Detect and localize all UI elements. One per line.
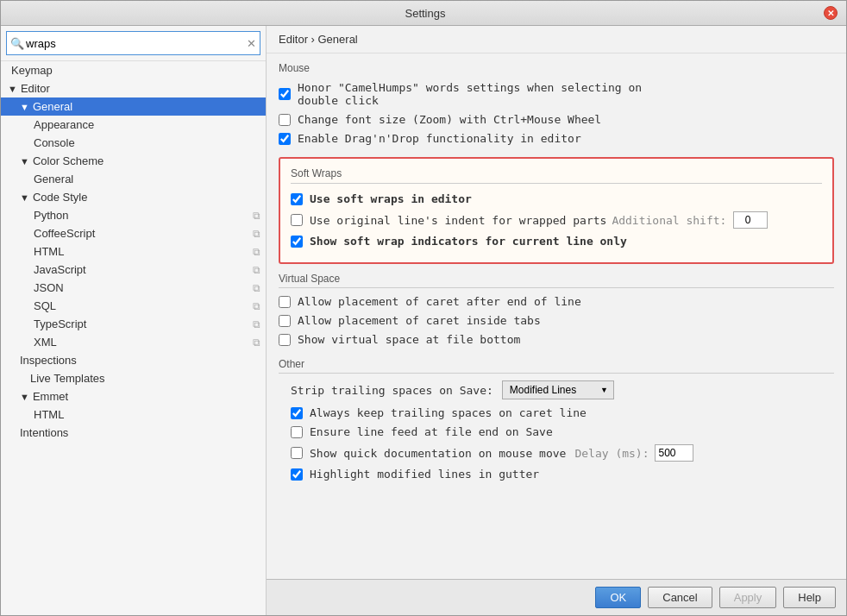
sidebar-item-label: Color Scheme [33, 154, 104, 167]
other-label: Other [279, 358, 834, 374]
caret-inside-tabs-checkbox[interactable] [279, 315, 291, 327]
camelhumps-row: Honor "CamelHumps" words settings when s… [279, 81, 834, 107]
sidebar-item-editor[interactable]: ▼ Editor [1, 79, 266, 97]
strip-dropdown-container: Modified Lines [502, 380, 614, 399]
sidebar-item-python[interactable]: Python ⧉ [1, 206, 266, 224]
highlight-modified-row: Highlight modified lines in gutter [279, 468, 834, 481]
sidebar-item-label: Intentions [20, 426, 68, 439]
sidebar-item-label: XML [34, 336, 57, 349]
soft-wraps-section: Soft Wraps Use soft wraps in editor Use … [279, 157, 834, 264]
copy-icon: ⧉ [253, 264, 266, 276]
sidebar: 🔍 ✕ Keymap ▼ Editor ▼ General [1, 26, 267, 615]
use-soft-wraps-checkbox[interactable] [291, 193, 303, 205]
copy-icon: ⧉ [253, 210, 266, 222]
zoom-label[interactable]: Change font size (Zoom) with Ctrl+Mouse … [298, 113, 601, 126]
show-indicators-checkbox[interactable] [291, 236, 303, 248]
use-soft-wraps-row: Use soft wraps in editor [291, 192, 822, 205]
right-panel: Editor › General Mouse Honor "CamelHumps… [267, 26, 846, 615]
sidebar-item-keymap[interactable]: Keymap [1, 61, 266, 79]
line-feed-checkbox[interactable] [291, 426, 303, 438]
sidebar-item-code-style[interactable]: ▼ Code Style [1, 188, 266, 206]
sidebar-item-label: General [33, 100, 72, 113]
clear-search-icon[interactable]: ✕ [247, 37, 256, 50]
sidebar-item-label: Appearance [34, 118, 94, 131]
copy-icon: ⧉ [253, 300, 266, 312]
keep-trailing-label[interactable]: Always keep trailing spaces on caret lin… [310, 406, 587, 419]
sidebar-item-console[interactable]: Console [1, 134, 266, 152]
camelhumps-checkbox[interactable] [279, 88, 291, 100]
sidebar-item-label: Python [34, 209, 68, 222]
sidebar-item-json[interactable]: JSON ⧉ [1, 279, 266, 297]
sidebar-item-sql[interactable]: SQL ⧉ [1, 297, 266, 315]
original-indent-checkbox[interactable] [291, 214, 303, 226]
virtual-space-label: Virtual Space [279, 273, 834, 288]
quick-doc-row: Show quick documentation on mouse move D… [279, 444, 834, 462]
strip-trailing-row: Strip trailing spaces on Save: Modified … [279, 380, 834, 399]
sidebar-item-label: Console [34, 136, 75, 149]
virtual-file-bottom-label[interactable]: Show virtual space at file bottom [298, 333, 520, 346]
search-input[interactable] [6, 31, 260, 55]
keep-trailing-row: Always keep trailing spaces on caret lin… [279, 406, 834, 419]
copy-icon: ⧉ [253, 336, 266, 349]
sidebar-item-label: JSON [34, 281, 64, 294]
settings-dialog: Settings ✕ 🔍 ✕ Keymap ▼ Editor [0, 0, 847, 616]
caret-after-end-checkbox[interactable] [279, 296, 291, 308]
mouse-section: Mouse Honor "CamelHumps" words settings … [279, 62, 834, 145]
dragndrop-label[interactable]: Enable Drag'n'Drop functionality in edit… [298, 132, 581, 145]
caret-inside-tabs-label[interactable]: Allow placement of caret inside tabs [298, 314, 541, 327]
sidebar-item-label: TypeScript [34, 317, 86, 330]
delay-input[interactable] [655, 444, 693, 462]
strip-trailing-label: Strip trailing spaces on Save: [291, 384, 493, 397]
sidebar-item-general[interactable]: ▼ General [1, 97, 266, 116]
apply-button[interactable]: Apply [719, 587, 777, 608]
sidebar-item-label: Editor [21, 82, 50, 95]
quick-doc-label[interactable]: Show quick documentation on mouse move [310, 447, 566, 460]
show-indicators-label[interactable]: Show soft wrap indicators for current li… [310, 235, 627, 248]
delay-label: Delay (ms): [574, 447, 649, 460]
sidebar-item-label: HTML [34, 408, 64, 421]
arrow-icon: ▼ [20, 102, 29, 112]
original-indent-label[interactable]: Use original line's indent for wrapped p… [310, 214, 606, 227]
sidebar-item-color-scheme[interactable]: ▼ Color Scheme [1, 152, 266, 170]
caret-after-end-label[interactable]: Allow placement of caret after end of li… [298, 295, 581, 308]
sidebar-item-xml[interactable]: XML ⧉ [1, 333, 266, 351]
camelhumps-label[interactable]: Honor "CamelHumps" words settings when s… [298, 81, 642, 107]
sidebar-item-emmet[interactable]: ▼ Emmet [1, 387, 266, 405]
sidebar-item-label: Code Style [33, 191, 88, 204]
zoom-checkbox[interactable] [279, 114, 291, 126]
quick-doc-checkbox[interactable] [291, 447, 303, 459]
ok-button[interactable]: OK [595, 587, 641, 608]
help-button[interactable]: Help [783, 587, 836, 608]
keep-trailing-checkbox[interactable] [291, 407, 303, 419]
sidebar-item-emmet-html[interactable]: HTML [1, 405, 266, 424]
line-feed-label[interactable]: Ensure line feed at file end on Save [310, 425, 553, 438]
sidebar-item-live-templates[interactable]: Live Templates [1, 369, 266, 387]
strip-dropdown[interactable]: Modified Lines [502, 380, 614, 399]
use-soft-wraps-label[interactable]: Use soft wraps in editor [310, 192, 472, 205]
highlight-modified-label[interactable]: Highlight modified lines in gutter [310, 468, 539, 481]
highlight-modified-checkbox[interactable] [291, 468, 303, 481]
sidebar-item-coffeescript[interactable]: CoffeeScript ⧉ [1, 224, 266, 242]
virtual-file-bottom-checkbox[interactable] [279, 334, 291, 346]
sidebar-item-html[interactable]: HTML ⧉ [1, 242, 266, 261]
copy-icon: ⧉ [253, 246, 266, 258]
arrow-icon: ▼ [8, 84, 17, 94]
sidebar-item-javascript[interactable]: JavaScript ⧉ [1, 261, 266, 279]
sidebar-item-label: Emmet [33, 390, 68, 403]
line-feed-row: Ensure line feed at file end on Save [279, 425, 834, 438]
sidebar-item-typescript[interactable]: TypeScript ⧉ [1, 315, 266, 333]
content-area: Mouse Honor "CamelHumps" words settings … [267, 53, 846, 579]
sidebar-item-color-general[interactable]: General [1, 170, 266, 188]
dragndrop-row: Enable Drag'n'Drop functionality in edit… [279, 132, 834, 145]
sidebar-item-label: HTML [34, 245, 64, 258]
copy-icon: ⧉ [253, 228, 266, 240]
title-bar: Settings ✕ [1, 1, 846, 26]
dragndrop-checkbox[interactable] [279, 133, 291, 145]
sidebar-item-intentions[interactable]: Intentions [1, 424, 266, 442]
sidebar-item-appearance[interactable]: Appearance [1, 116, 266, 134]
close-button[interactable]: ✕ [824, 6, 838, 20]
mouse-section-label: Mouse [279, 62, 834, 74]
sidebar-item-inspections[interactable]: Inspections [1, 351, 266, 369]
cancel-button[interactable]: Cancel [648, 587, 712, 608]
additional-shift-input[interactable] [733, 211, 768, 229]
